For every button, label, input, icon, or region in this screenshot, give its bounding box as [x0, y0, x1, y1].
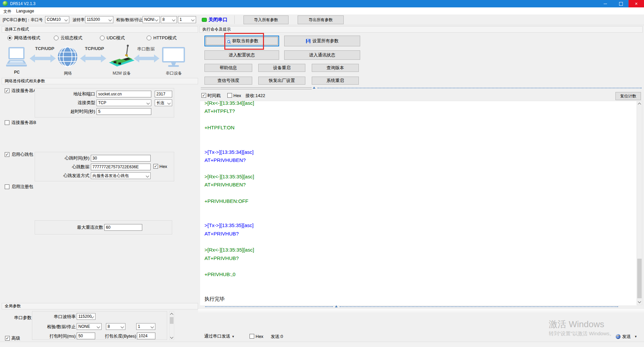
com-port-select[interactable]: COM10 — [45, 16, 69, 23]
frame-label: 检验/数据/停止 — [116, 17, 143, 23]
serial-params-label: 串口参数 — [14, 315, 32, 320]
save-icon — [306, 39, 311, 44]
maximize-icon — [619, 2, 623, 6]
server-port-input[interactable]: 2317 — [155, 91, 172, 97]
g-stopbits-select[interactable]: 1 — [136, 323, 155, 330]
device-restart-button[interactable]: 设备重启 — [258, 64, 305, 72]
log-line — [204, 262, 637, 270]
log-line: >[Rx<-][13:35:35][asc] — [204, 173, 637, 181]
log-line: AT+PRIVHUB? — [204, 230, 637, 238]
reconnect-input[interactable]: 60 — [104, 224, 142, 231]
splitter-handle[interactable] — [201, 87, 312, 89]
query-version-button[interactable]: 查询版本 — [312, 64, 359, 72]
timeout-input[interactable]: 5 — [97, 108, 151, 115]
menu-language[interactable]: Language — [15, 8, 35, 14]
conn-type-label: 连接类型 — [37, 100, 95, 105]
send-hex-checkbox[interactable] — [250, 334, 254, 339]
advanced-checkbox[interactable] — [5, 336, 10, 341]
log-line — [204, 238, 637, 246]
close-button[interactable]: ✕ — [629, 0, 644, 7]
pack-time-label: 打包时间(ms) — [34, 334, 76, 339]
conn-type-select[interactable]: TCP — [97, 99, 151, 106]
log-output[interactable]: >[Rx<-][13:35:34][asc]AT+HTPFLT? +HTPFLT… — [200, 101, 637, 305]
minimize-icon — [604, 3, 607, 4]
set-all-params-button[interactable]: 设置所有参数 — [284, 36, 360, 46]
reset-counter-button[interactable]: 复位计数 — [615, 92, 641, 100]
app-icon — [3, 1, 8, 6]
radio-httpd-mode[interactable] — [147, 36, 151, 40]
keepalive-select[interactable]: 长连 — [155, 99, 172, 106]
g-parity-select[interactable]: NONE — [77, 323, 102, 330]
server-b-label: 连接服务器B — [11, 120, 36, 125]
log-line — [204, 132, 637, 140]
radio-net-transparent[interactable] — [7, 36, 12, 40]
chevron-down-icon — [147, 101, 150, 105]
splitter-dotted-line[interactable] — [340, 306, 618, 307]
import-params-button[interactable]: 导入所有参数 — [243, 15, 289, 24]
help-button[interactable]: 帮助信息 — [204, 64, 252, 72]
server-a-checkbox[interactable] — [5, 88, 9, 93]
dropdown-arrow-icon: ▼ — [232, 335, 235, 338]
minimize-button[interactable] — [598, 0, 613, 7]
log-line — [204, 140, 637, 148]
splitter-collapse-icon[interactable] — [335, 305, 338, 307]
log-line: >[Tx->][13:35:35][asc] — [204, 221, 637, 229]
databits-select[interactable]: 8 — [161, 16, 177, 23]
port-open-status-icon — [202, 18, 207, 22]
system-restart-button[interactable]: 系统重启 — [312, 77, 359, 85]
parity-select[interactable]: NONI — [143, 16, 160, 23]
pack-len-label: 打包长度(Bytes) — [94, 334, 136, 339]
enter-comm-button[interactable]: 进入通讯状态 — [284, 50, 360, 60]
hb-time-input[interactable]: 30 — [91, 155, 151, 162]
radio-cloud-config[interactable] — [54, 36, 59, 40]
splitter-collapse-icon[interactable] — [313, 87, 315, 89]
signal-strength-button[interactable]: 查信号强度 — [204, 77, 252, 85]
splitter-dotted-line[interactable] — [205, 306, 333, 307]
send-method-dropdown[interactable]: 通过串口发送 ▼ — [204, 334, 235, 339]
export-params-button[interactable]: 导出所有参数 — [298, 15, 344, 24]
factory-reset-button[interactable]: 恢复出厂设置 — [258, 77, 305, 85]
hb-mode-select[interactable]: 向服务器发送心跳包 — [91, 172, 151, 179]
arrow-icon — [80, 54, 106, 63]
radio-udc-mode[interactable] — [100, 36, 105, 40]
hb-hex-checkbox[interactable] — [153, 164, 158, 169]
close-icon: ✕ — [635, 2, 638, 6]
log-line: AT+PRIVHUB? — [204, 254, 637, 262]
pack-len-input[interactable]: 1024 — [137, 333, 155, 339]
baud-select[interactable]: 115200 — [85, 16, 113, 23]
m2m-device-icon — [108, 44, 135, 69]
maximize-button[interactable] — [613, 0, 629, 7]
set-all-params-label: 设置所有参数 — [312, 38, 339, 44]
chevron-down-icon — [155, 18, 158, 21]
send-button[interactable]: 发送 ▼ — [615, 333, 637, 340]
stopbits-select[interactable]: 1 — [178, 16, 196, 23]
net-params-header: 网络透传模式相关参数 — [2, 78, 198, 84]
chevron-down-icon — [121, 325, 124, 329]
splitter-dotted-line[interactable] — [317, 88, 642, 88]
log-line — [204, 279, 637, 287]
enter-config-button[interactable]: 进入配置状态 — [204, 50, 279, 60]
timestamp-checkbox[interactable] — [201, 93, 206, 98]
hb-data-input[interactable]: 7777772E7573722E636E — [91, 164, 151, 170]
server-b-checkbox[interactable] — [5, 120, 9, 125]
register-checkbox[interactable] — [5, 184, 9, 189]
hb-hex-label: Hex — [159, 164, 167, 169]
g-databits-select[interactable]: 8 — [106, 323, 125, 330]
node-label-m2m: M2M 设备 — [108, 71, 135, 76]
menu-file[interactable]: 文件 — [2, 8, 13, 15]
pack-time-input[interactable]: 50 — [77, 333, 95, 339]
hb-data-label: 心跳数据 — [37, 164, 89, 170]
heartbeat-checkbox[interactable] — [5, 152, 9, 157]
log-line: +HTPFLT:ON — [204, 124, 637, 132]
left-scrollbar-thumb[interactable] — [170, 317, 174, 324]
server-addr-input[interactable]: socket.usr.cn — [97, 91, 151, 97]
log-scrollbar-thumb[interactable] — [637, 259, 642, 298]
link-label-3: 串口数据 — [133, 46, 159, 52]
g-baud-select[interactable]: 115200 — [77, 313, 96, 320]
pc-serial-label: [PC串口参数]：串口号 — [3, 17, 43, 23]
pc-icon — [5, 47, 28, 69]
log-hex-checkbox[interactable] — [227, 93, 232, 98]
received-count: 接收:1422 — [245, 93, 265, 98]
close-port-button[interactable]: 关闭串口 — [209, 17, 227, 23]
baud-label: 波特率 — [73, 17, 85, 23]
